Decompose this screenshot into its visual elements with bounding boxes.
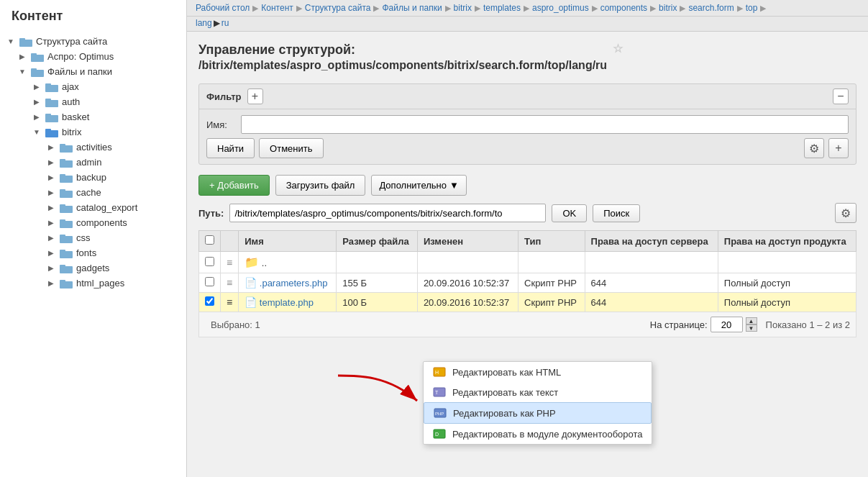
text-icon: T (432, 386, 447, 398)
path-gear-button[interactable]: ⚙ (835, 203, 856, 223)
breadcrumb-templates[interactable]: templates (483, 3, 521, 13)
sidebar-section: ▼ Структура сайта ▶ Аспро: Optimus ▼ Фай… (0, 31, 186, 294)
table-row: ≡ 📄 .parameters.php 155 Б 20.09.2016 10:… (199, 273, 856, 293)
star-icon[interactable]: ☆ (613, 42, 623, 57)
sep-icon: ▶ (737, 4, 743, 13)
folder-up-icon: 📁 (245, 256, 259, 268)
folder-icon (60, 248, 73, 258)
add-button[interactable]: + Добавить (198, 175, 270, 196)
sidebar-item-cache[interactable]: ▶ cache (0, 185, 186, 200)
sidebar-item-aspro[interactable]: ▶ Аспро: Optimus (0, 49, 186, 64)
filter-gear-button[interactable]: ⚙ (804, 138, 824, 158)
doc-icon: D (432, 428, 447, 440)
path-search-button[interactable]: Поиск (593, 204, 640, 222)
per-page-input[interactable] (711, 317, 743, 332)
row-checkbox[interactable] (205, 257, 214, 266)
breadcrumb-lang[interactable]: lang (196, 18, 212, 28)
breadcrumb-files[interactable]: Файлы и папки (382, 3, 442, 13)
per-page-select: На странице: ▲ ▼ (650, 317, 757, 332)
sidebar-item-css[interactable]: ▶ css (0, 230, 186, 245)
sidebar-item-activities[interactable]: ▶ activities (0, 140, 186, 155)
filter-minus-button[interactable]: − (833, 88, 849, 104)
sidebar-item-ajax[interactable]: ▶ ajax (0, 79, 186, 94)
sidebar-item-site-structure[interactable]: ▼ Структура сайта (0, 34, 186, 49)
sidebar-item-admin[interactable]: ▶ admin (0, 155, 186, 170)
breadcrumb-searchform[interactable]: search.form (688, 3, 734, 13)
context-menu-item-edit-html[interactable]: H Редактировать как HTML (424, 362, 652, 382)
context-menu-item-edit-php[interactable]: PHP Редактировать как PHP (424, 402, 652, 424)
row-checkbox-cell[interactable] (199, 252, 221, 273)
row-checkbox-cell[interactable] (199, 293, 221, 312)
breadcrumb-ru[interactable]: ru (221, 18, 229, 28)
per-page-spinner[interactable]: ▲ ▼ (746, 317, 757, 332)
spin-up[interactable]: ▲ (746, 317, 757, 324)
breadcrumb-site-structure[interactable]: Структура сайта (305, 3, 371, 13)
spin-down[interactable]: ▼ (746, 324, 757, 332)
breadcrumb-bitrix2[interactable]: bitrix (659, 3, 677, 13)
sidebar-item-auth[interactable]: ▶ auth (0, 94, 186, 109)
sidebar-item-basket[interactable]: ▶ basket (0, 109, 186, 124)
upload-button[interactable]: Загрузить файл (275, 175, 366, 196)
folder-icon (31, 67, 44, 77)
sidebar-item-files-folders[interactable]: ▼ Файлы и папки (0, 64, 186, 79)
row-type (518, 252, 585, 273)
sidebar-item-html-pages[interactable]: ▶ html_pages (0, 276, 186, 291)
svg-rect-29 (60, 250, 65, 253)
row-menu-cell[interactable]: ≡ (221, 273, 239, 293)
row-checkbox[interactable] (205, 277, 214, 286)
sidebar-item-backup[interactable]: ▶ backup (0, 170, 186, 185)
row-menu-cell[interactable]: ≡ (221, 252, 239, 273)
filter-title: Фильтр (206, 91, 242, 102)
filter-cancel-button[interactable]: Отменить (259, 138, 323, 158)
sidebar-item-label: components (76, 217, 127, 228)
row-checkbox[interactable] (205, 296, 214, 306)
context-menu-item-edit-doc[interactable]: D Редактировать в модуле документооборот… (424, 424, 652, 444)
sidebar-item-fonts[interactable]: ▶ fonts (0, 245, 186, 260)
breadcrumb-aspro-optimus[interactable]: aspro_optimus (532, 3, 589, 13)
select-all-checkbox[interactable] (205, 235, 214, 245)
context-menu-item-edit-text[interactable]: T Редактировать как текст (424, 382, 652, 402)
breadcrumb-top[interactable]: top (746, 3, 758, 13)
extra-btn-label: Дополнительно (379, 180, 447, 191)
filter-name-input[interactable] (241, 115, 849, 134)
sidebar: Контент ▼ Структура сайта ▶ Аспро: Optim… (0, 0, 187, 477)
sep-icon: ▶ (252, 4, 258, 13)
sidebar-item-bitrix[interactable]: ▼ bitrix (0, 124, 186, 140)
row-menu-cell[interactable]: ≡ (221, 293, 239, 312)
svg-rect-23 (60, 204, 65, 207)
path-ok-button[interactable]: OK (552, 204, 587, 222)
row-name-cell: 📄 .parameters.php (239, 273, 337, 293)
table-footer: Выбрано: 1 На странице: ▲ ▼ Показано 1 –… (198, 312, 856, 337)
php-file-icon: 📄 (245, 277, 257, 289)
row-menu-icon[interactable]: ≡ (227, 257, 232, 268)
row-name[interactable]: .parameters.php (260, 278, 328, 289)
filter-find-button[interactable]: Найти (206, 138, 255, 158)
row-menu-icon[interactable]: ≡ (227, 296, 232, 308)
path-input[interactable] (229, 204, 546, 222)
filter-name-label: Имя: (206, 119, 235, 130)
extra-button[interactable]: Дополнительно ▼ (371, 175, 466, 196)
arrow-icon: ▶ (46, 203, 56, 213)
sidebar-item-catalog-export[interactable]: ▶ catalog_export (0, 200, 186, 215)
row-name[interactable]: template.php (260, 297, 314, 308)
sidebar-item-label: Структура сайта (36, 36, 107, 47)
header-checkbox[interactable] (199, 231, 221, 252)
php-icon: PHP (433, 407, 447, 419)
php-file-icon: 📄 (245, 296, 257, 308)
sidebar-item-gadgets[interactable]: ▶ gadgets (0, 260, 186, 276)
breadcrumb-desktop[interactable]: Рабочий стол (196, 3, 250, 13)
breadcrumb-bitrix[interactable]: bitrix (454, 3, 472, 13)
sidebar-item-label: auth (62, 96, 80, 107)
sidebar-item-label: Файлы и папки (47, 66, 112, 77)
sidebar-item-components[interactable]: ▶ components (0, 215, 186, 230)
row-menu-icon[interactable]: ≡ (227, 277, 232, 289)
breadcrumb-content[interactable]: Контент (261, 3, 293, 13)
filter-add-button[interactable]: + (247, 88, 263, 104)
filter-plus-right-button[interactable]: + (828, 138, 849, 158)
breadcrumb-components[interactable]: components (600, 3, 647, 13)
row-checkbox-cell[interactable] (199, 273, 221, 293)
arrow-icon: ▶ (46, 233, 56, 243)
folder-icon (45, 112, 58, 122)
filter-panel: Фильтр + − Имя: Найти Отменить ⚙ + (198, 83, 856, 165)
breadcrumb-row2: lang ▶ ru (187, 17, 868, 32)
